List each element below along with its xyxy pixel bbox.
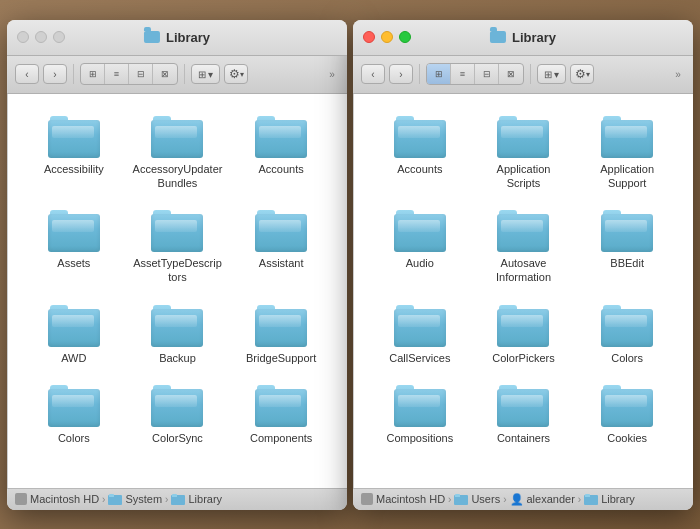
folder-shine-r11: [605, 395, 647, 407]
folder-item[interactable]: Assistant: [231, 204, 331, 291]
sep2-right: [530, 64, 531, 84]
back-button-left[interactable]: ‹: [15, 64, 39, 84]
gear-button-left[interactable]: ⚙ ▾: [224, 64, 248, 84]
folder-body-l5: [255, 214, 307, 252]
breadcrumb-library-right: Library: [601, 493, 635, 505]
folder-item[interactable]: Components: [231, 379, 331, 451]
folder-item[interactable]: AWD: [24, 299, 124, 371]
view-icon-btn-left[interactable]: ⊞: [81, 64, 105, 84]
folder-icon-bc-left: [108, 494, 122, 505]
folder-item[interactable]: BridgeSupport: [231, 299, 331, 371]
folder-label-r11: Cookies: [607, 431, 647, 445]
finder-window-right: Library ‹ › ⊞ ≡ ⊟ ⊠ ⊞ ▾ ⚙ ▾ »: [353, 20, 693, 510]
maximize-button-left[interactable]: [53, 31, 65, 43]
view-col-btn-left[interactable]: ⊟: [129, 64, 153, 84]
folder-item[interactable]: Assets: [24, 204, 124, 291]
folder-label-l9: Colors: [58, 431, 90, 445]
sep1-right: [419, 64, 420, 84]
view-col-btn-right[interactable]: ⊟: [475, 64, 499, 84]
folder-item[interactable]: Accessibility: [24, 110, 124, 197]
folder-item[interactable]: AssetTypeDescriptors: [128, 204, 228, 291]
folder-item[interactable]: Accounts: [231, 110, 331, 197]
folder-item[interactable]: Cookies: [577, 379, 677, 451]
arrange-button-left[interactable]: ⊞ ▾: [191, 64, 220, 84]
folder-shine-l6: [52, 315, 94, 327]
toolbar-right: ‹ › ⊞ ≡ ⊟ ⊠ ⊞ ▾ ⚙ ▾ »: [353, 56, 693, 94]
folder-body-r10: [497, 389, 549, 427]
arrange-chevron-left: ▾: [208, 69, 213, 80]
folder-item[interactable]: Colors: [24, 379, 124, 451]
close-button-right[interactable]: [363, 31, 375, 43]
folder-label-l5: Assistant: [259, 256, 304, 270]
folder-icon-r6: [394, 305, 446, 347]
expand-button-left[interactable]: »: [325, 67, 339, 81]
folder-item[interactable]: Autosave Information: [474, 204, 574, 291]
folder-shine-r7: [501, 315, 543, 327]
sep-a-left: ›: [102, 494, 105, 505]
breadcrumb-library-left: Library: [188, 493, 222, 505]
forward-button-left[interactable]: ›: [43, 64, 67, 84]
folder-body-l4: [151, 214, 203, 252]
folder-body-l7: [151, 309, 203, 347]
folder-item[interactable]: Containers: [474, 379, 574, 451]
view-list-btn-left[interactable]: ≡: [105, 64, 129, 84]
folder-shine-l7: [155, 315, 197, 327]
folder-item[interactable]: AccessoryUpdaterBundles: [128, 110, 228, 197]
title-text-right: Library: [512, 30, 556, 45]
maximize-button-right[interactable]: [399, 31, 411, 43]
folder-shine-r10: [501, 395, 543, 407]
forward-button-right[interactable]: ›: [389, 64, 413, 84]
folder-item[interactable]: Backup: [128, 299, 228, 371]
folder-item[interactable]: ColorPickers: [474, 299, 574, 371]
status-bar-right: Macintosh HD › Users › 👤 alexander › Lib…: [353, 488, 693, 510]
folder-item[interactable]: CallServices: [370, 299, 470, 371]
folder-icon-r4: [497, 210, 549, 252]
folder-shine-r0: [398, 126, 440, 138]
view-cov-btn-right[interactable]: ⊠: [499, 64, 523, 84]
folder-shine-r8: [605, 315, 647, 327]
view-list-btn-right[interactable]: ≡: [451, 64, 475, 84]
folder-item[interactable]: BBEdit: [577, 204, 677, 291]
main-content-left[interactable]: Accessibility AccessoryUpdaterBundles Ac…: [8, 94, 347, 488]
folder-item[interactable]: Application Scripts: [474, 110, 574, 197]
close-button-left[interactable]: [17, 31, 29, 43]
gear-button-right[interactable]: ⚙ ▾: [570, 64, 594, 84]
folder-body-l8: [255, 309, 307, 347]
title-folder-icon-right: [490, 31, 506, 43]
main-content-right[interactable]: Accounts Application Scripts Application…: [354, 94, 693, 488]
folder-shine-r4: [501, 220, 543, 232]
sep-b-left: ›: [165, 494, 168, 505]
folder-item[interactable]: Audio: [370, 204, 470, 291]
folder-item[interactable]: Application Support: [577, 110, 677, 197]
folder-icon-r1: [497, 116, 549, 158]
folder-icon-r3: [394, 210, 446, 252]
folder-body-r6: [394, 309, 446, 347]
title-folder-icon-left: [144, 31, 160, 43]
finder-body-right: Accounts Application Scripts Application…: [353, 94, 693, 488]
folder-label-r2: Application Support: [582, 162, 672, 191]
folder-item[interactable]: Colors: [577, 299, 677, 371]
arrange-button-right[interactable]: ⊞ ▾: [537, 64, 566, 84]
back-button-right[interactable]: ‹: [361, 64, 385, 84]
expand-button-right[interactable]: »: [671, 67, 685, 81]
view-icon-btn-right[interactable]: ⊞: [427, 64, 451, 84]
folder-item[interactable]: Compositions: [370, 379, 470, 451]
arrange-icon-right: ⊞: [544, 69, 552, 80]
folder-body-l2: [255, 120, 307, 158]
folder-icon-l9: [48, 385, 100, 427]
folder-item[interactable]: ColorSync: [128, 379, 228, 451]
folder-shine-l2: [259, 126, 301, 138]
folder-label-l0: Accessibility: [44, 162, 104, 176]
folder-icon-l11: [255, 385, 307, 427]
folder-label-r4: Autosave Information: [478, 256, 568, 285]
minimize-button-right[interactable]: [381, 31, 393, 43]
folder-shine-l0: [52, 126, 94, 138]
window-title-left: Library: [144, 30, 210, 45]
folder-label-l10: ColorSync: [152, 431, 203, 445]
folder-item[interactable]: Accounts: [370, 110, 470, 197]
minimize-button-left[interactable]: [35, 31, 47, 43]
view-cov-btn-left[interactable]: ⊠: [153, 64, 177, 84]
folder-icon-l7: [151, 305, 203, 347]
sep1-left: [73, 64, 74, 84]
folder-icon-l2: [255, 116, 307, 158]
